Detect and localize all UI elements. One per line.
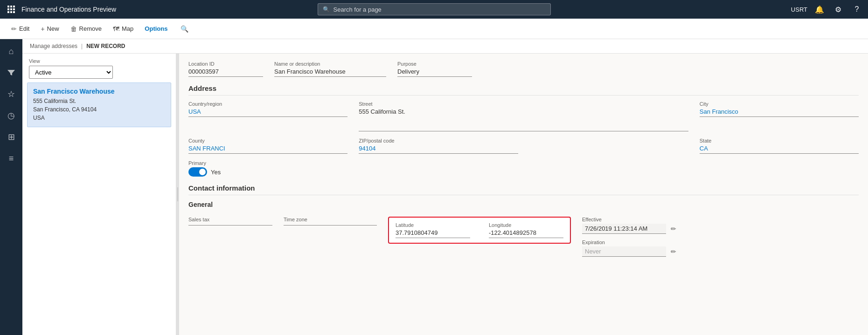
toolbar-search-button[interactable]: 🔍 bbox=[176, 23, 193, 35]
app-grid-icon[interactable] bbox=[5, 3, 18, 16]
expiration-edit-button[interactable]: ✏ bbox=[669, 248, 678, 255]
latitude-field: Latitude 37.7910804749 bbox=[396, 222, 470, 238]
form-panel: Location ID 000003597 Name or descriptio… bbox=[179, 54, 868, 335]
svg-rect-0 bbox=[7, 6, 9, 7]
expiration-field: Expiration Never ✏ bbox=[582, 239, 685, 257]
county-field: County SAN FRANCI bbox=[188, 138, 347, 154]
primary-label: Primary bbox=[188, 160, 347, 166]
latitude-value[interactable]: 37.7910804749 bbox=[396, 229, 470, 238]
city-field: City San Francisco bbox=[700, 101, 859, 131]
contact-section-header: Contact information bbox=[188, 184, 859, 195]
zip-value[interactable]: 94104 bbox=[359, 145, 518, 154]
edit-icon: ✏ bbox=[11, 25, 17, 33]
time-zone-field: Time zone bbox=[284, 217, 377, 226]
primary-toggle[interactable] bbox=[188, 167, 207, 177]
name-desc-label: Name or description bbox=[274, 61, 386, 67]
effective-edit-button[interactable]: ✏ bbox=[669, 225, 678, 232]
sidebar-home-icon[interactable]: ⌂ bbox=[1, 41, 21, 62]
sidebar-list-icon[interactable]: ≡ bbox=[1, 148, 21, 169]
remove-icon: 🗑 bbox=[70, 25, 77, 33]
svg-rect-6 bbox=[7, 11, 9, 13]
location-id-field: Location ID 000003597 bbox=[188, 61, 263, 77]
edit-button[interactable]: ✏ Edit bbox=[7, 23, 34, 35]
view-select[interactable]: Active bbox=[29, 66, 113, 79]
state-value[interactable]: CA bbox=[700, 145, 859, 154]
effective-section: Effective 7/26/2019 11:23:14 AM ✏ Expira… bbox=[582, 217, 685, 257]
effective-value[interactable]: 7/26/2019 11:23:14 AM bbox=[582, 224, 666, 234]
search-placeholder: Search for a page bbox=[333, 6, 382, 13]
map-button[interactable]: 🗺 Map bbox=[108, 23, 138, 35]
zip-field: ZIP/postal code 94104 bbox=[359, 138, 518, 154]
country-value[interactable]: USA bbox=[188, 108, 347, 117]
svg-rect-2 bbox=[13, 6, 15, 7]
svg-rect-5 bbox=[13, 8, 15, 10]
location-id-label: Location ID bbox=[188, 61, 263, 67]
resize-handle[interactable] bbox=[176, 54, 179, 335]
remove-button[interactable]: 🗑 Remove bbox=[66, 23, 106, 35]
svg-rect-4 bbox=[10, 8, 12, 10]
effective-label: Effective bbox=[582, 217, 685, 222]
app-title: Finance and Operations Preview bbox=[21, 6, 116, 13]
longitude-label: Longitude bbox=[489, 222, 563, 228]
address-card-line3: USA bbox=[33, 114, 165, 122]
primary-field: Primary Yes bbox=[188, 160, 347, 177]
options-button[interactable]: Options bbox=[140, 23, 172, 34]
settings-gear-icon[interactable]: ⚙ bbox=[832, 3, 845, 16]
address-section-header: Address bbox=[188, 84, 859, 96]
sidebar-grid-icon[interactable]: ⊞ bbox=[1, 127, 21, 147]
address-card-name: San Francisco Warehouse bbox=[33, 88, 165, 95]
notification-bell-icon[interactable]: 🔔 bbox=[813, 3, 826, 16]
svg-rect-1 bbox=[10, 6, 12, 7]
svg-rect-3 bbox=[7, 8, 9, 10]
user-name: USRT bbox=[791, 6, 807, 13]
state-label: State bbox=[700, 138, 859, 144]
primary-toggle-label: Yes bbox=[211, 169, 221, 176]
add-icon: + bbox=[41, 25, 44, 33]
sales-tax-label: Sales tax bbox=[188, 217, 272, 222]
breadcrumb-manage: Manage addresses bbox=[30, 43, 77, 49]
purpose-label: Purpose bbox=[397, 61, 472, 67]
help-question-icon[interactable]: ? bbox=[850, 3, 863, 16]
svg-rect-8 bbox=[13, 11, 15, 13]
name-desc-value[interactable]: San Francisco Warehouse bbox=[274, 68, 386, 77]
purpose-value[interactable]: Delivery bbox=[397, 68, 472, 77]
name-desc-field: Name or description San Francisco Wareho… bbox=[274, 61, 386, 77]
location-id-value[interactable]: 000003597 bbox=[188, 68, 263, 77]
time-zone-label: Time zone bbox=[284, 217, 377, 222]
effective-field: Effective 7/26/2019 11:23:14 AM ✏ bbox=[582, 217, 685, 234]
purpose-field: Purpose Delivery bbox=[397, 61, 472, 77]
sales-tax-field: Sales tax bbox=[188, 217, 272, 226]
street-label: Street bbox=[359, 101, 688, 107]
search-bar[interactable]: 🔍 Search for a page bbox=[318, 3, 551, 15]
svg-rect-7 bbox=[10, 11, 12, 13]
coordinates-box: Latitude 37.7910804749 Longitude -122.40… bbox=[388, 217, 571, 244]
county-label: County bbox=[188, 138, 347, 144]
breadcrumb-separator: | bbox=[81, 43, 83, 49]
time-zone-value[interactable] bbox=[284, 224, 377, 226]
new-button[interactable]: + New bbox=[36, 23, 63, 35]
county-value[interactable]: SAN FRANCI bbox=[188, 145, 347, 154]
sales-tax-value[interactable] bbox=[188, 224, 272, 226]
state-field: State CA bbox=[700, 138, 859, 154]
sidebar-clock-icon[interactable]: ◷ bbox=[1, 105, 21, 126]
latitude-label: Latitude bbox=[396, 222, 470, 228]
longitude-value[interactable]: -122.4014892578 bbox=[489, 229, 563, 238]
street-field: Street 555 California St. bbox=[359, 101, 688, 131]
view-label: View bbox=[29, 58, 169, 64]
search-icon: 🔍 bbox=[323, 6, 330, 13]
city-value[interactable]: San Francisco bbox=[700, 108, 859, 117]
sidebar-filter-icon[interactable] bbox=[1, 62, 21, 83]
zip-label: ZIP/postal code bbox=[359, 138, 518, 144]
country-label: Country/region bbox=[188, 101, 347, 107]
expiration-label: Expiration bbox=[582, 239, 685, 245]
map-icon: 🗺 bbox=[113, 25, 119, 33]
breadcrumb-record: NEW RECORD bbox=[86, 43, 125, 49]
street-value[interactable]: 555 California St. bbox=[359, 108, 688, 131]
city-label: City bbox=[700, 101, 859, 107]
address-card-line2: San Francisco, CA 94104 bbox=[33, 105, 165, 114]
address-card[interactable]: San Francisco Warehouse 555 California S… bbox=[27, 82, 171, 127]
country-field: Country/region USA bbox=[188, 101, 347, 131]
general-section-header: General bbox=[188, 201, 859, 211]
expiration-value[interactable]: Never bbox=[582, 246, 666, 257]
sidebar-star-icon[interactable]: ☆ bbox=[1, 84, 21, 104]
